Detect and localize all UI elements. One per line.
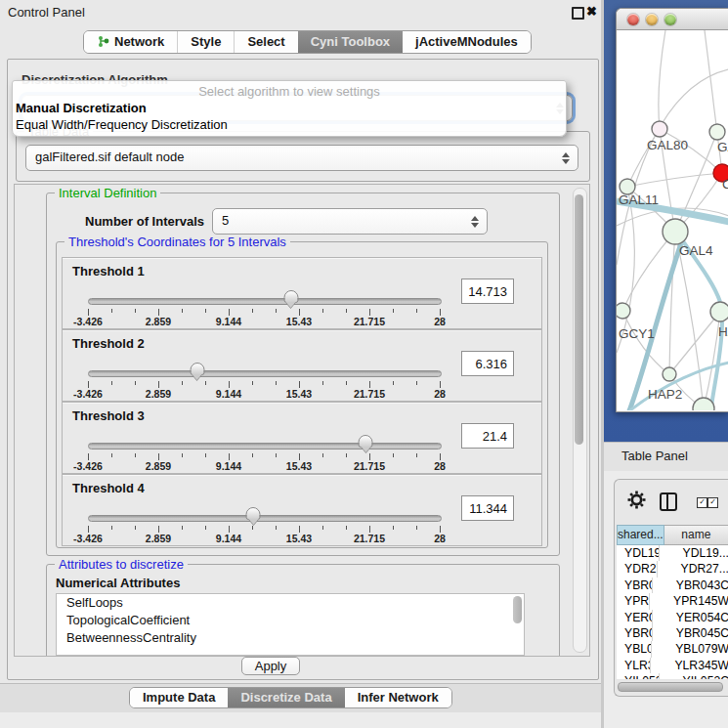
checkbox-icon[interactable]: ✓	[707, 497, 718, 508]
slider-tick	[299, 381, 300, 388]
node-right-mid[interactable]	[710, 302, 728, 321]
column-header-shared-name[interactable]: shared...	[617, 525, 664, 545]
cell-name[interactable]: YLR345W	[651, 658, 728, 673]
tab-style[interactable]: Style	[177, 31, 234, 53]
node-gal4[interactable]	[663, 219, 688, 244]
zoom-traffic-light-icon[interactable]	[664, 14, 676, 25]
table-horizontal-scrollbar[interactable]	[618, 682, 723, 692]
slider-track[interactable]	[88, 443, 442, 450]
numerical-attributes-list[interactable]: SelfLoopsTopologicalCoefficientBetweenne…	[56, 593, 525, 656]
cell-name[interactable]: YBL079W	[652, 641, 728, 657]
threshold-3-panel: Threshold 3 -3.4262.8599.14415.4321.7152…	[62, 402, 542, 474]
slider-tick	[440, 381, 441, 388]
threshold-2-slider[interactable]	[88, 363, 440, 382]
slider-tick	[135, 453, 136, 457]
apply-button[interactable]: Apply	[241, 657, 300, 675]
slider-track[interactable]	[88, 370, 442, 377]
tab-cyni-toolbox[interactable]: Cyni Toolbox	[298, 31, 403, 53]
table-row[interactable]: YPR145WYPR145W	[617, 593, 728, 609]
tab-jactivemnodules[interactable]: jActiveMNodules	[403, 31, 531, 53]
float-window-icon[interactable]	[572, 7, 584, 20]
tab-infer-network[interactable]: Infer Network	[345, 688, 451, 707]
menu-item-manual-discretization[interactable]: Manual Discretization	[13, 100, 566, 116]
slider-tick	[322, 309, 323, 313]
minimize-traffic-light-icon[interactable]	[646, 14, 658, 25]
cell-name[interactable]: YDR27...	[658, 561, 728, 577]
split-columns-icon[interactable]	[660, 492, 677, 511]
table-row[interactable]: YDR27...YDR27...	[617, 561, 728, 577]
menu-item-equal-width-frequency[interactable]: Equal Width/Frequency Discretization	[13, 116, 566, 133]
table-row[interactable]: YER054CYER054C	[617, 610, 728, 625]
threshold-1-value-field[interactable]: 14.713	[461, 278, 514, 304]
tab-impute-data[interactable]: Impute Data	[130, 688, 228, 707]
slider-tick-label: 2.859	[146, 388, 171, 400]
slider-tick	[322, 381, 323, 385]
network-window-titlebar[interactable]	[617, 9, 728, 30]
slider-tick	[393, 381, 394, 385]
cell-shared-name[interactable]: YBR043C	[617, 578, 653, 593]
scrollbar-thumb[interactable]	[575, 194, 583, 445]
algorithm-placeholder-option: Select algorithm to view settings	[13, 84, 566, 100]
close-icon[interactable]: ✖	[586, 4, 597, 19]
number-of-intervals-combobox[interactable]: 5	[212, 208, 488, 235]
cell-shared-name[interactable]: YPR145W	[617, 593, 650, 609]
cell-shared-name[interactable]: YLR345W	[617, 658, 651, 673]
threshold-3-slider-handle[interactable]	[359, 435, 373, 448]
list-scrollbar[interactable]	[513, 596, 522, 623]
attribute-list-item[interactable]: BetweennessCentrality	[57, 629, 524, 647]
table-settings-gear-icon[interactable]	[627, 491, 646, 513]
cell-shared-name[interactable]: YBL079W	[617, 641, 652, 657]
cell-shared-name[interactable]: YIL052C	[617, 673, 660, 679]
threshold-4-value-field[interactable]: 11.344	[461, 495, 514, 521]
table-row[interactable]: YBR045CYBR045C	[617, 625, 728, 641]
table-row[interactable]: YDL19...YDL19...	[617, 545, 728, 561]
slider-tick-label: 28	[434, 388, 446, 400]
settings-scrollpane: Interval Definition Number of Intervals …	[14, 184, 590, 657]
cell-name[interactable]: YER054C	[653, 610, 728, 625]
threshold-4-slider[interactable]	[88, 507, 440, 527]
network-canvas[interactable]: GAL80 GA GAL11 C GAL4 GCY1 HA HAP2	[617, 30, 728, 411]
threshold-1-slider-handle[interactable]	[283, 290, 298, 303]
threshold-3-slider[interactable]	[88, 435, 440, 454]
slider-tick	[416, 453, 417, 457]
table-row[interactable]: YBR043CYBR043C	[617, 578, 728, 593]
node-gal80[interactable]	[652, 121, 667, 137]
slider-tick	[205, 526, 206, 530]
slider-tick	[369, 381, 370, 388]
node-gcy1[interactable]	[617, 303, 630, 319]
threshold-3-value-field[interactable]: 21.4	[461, 423, 514, 449]
checkbox-icon[interactable]: ✓	[697, 497, 707, 508]
settings-vertical-scrollbar[interactable]	[573, 188, 587, 653]
tab-select[interactable]: Select	[234, 31, 297, 53]
table-data-combobox[interactable]: galFiltered.sif default node	[25, 145, 578, 171]
cell-name[interactable]: YIL052C	[660, 673, 728, 679]
cell-shared-name[interactable]: YDR27...	[617, 561, 658, 577]
close-traffic-light-icon[interactable]	[627, 14, 639, 25]
bottom-tab-bar: Impute Data Discretize Data Infer Networ…	[129, 687, 452, 708]
table-row[interactable]: YLR345WYLR345W	[617, 658, 728, 673]
tab-discretize-data[interactable]: Discretize Data	[228, 688, 344, 707]
cell-name[interactable]: YBR043C	[653, 578, 728, 593]
table-row[interactable]: YIL052CYIL052C	[617, 673, 728, 679]
node-hap2[interactable]	[663, 367, 676, 381]
node-right-top[interactable]	[709, 124, 725, 140]
attribute-list-item[interactable]: TopologicalCoefficient	[57, 612, 524, 629]
cell-name[interactable]: YDL19...	[660, 545, 728, 561]
cell-shared-name[interactable]: YBR045C	[617, 625, 653, 641]
threshold-2-slider-handle[interactable]	[190, 363, 204, 375]
cell-shared-name[interactable]: YER054C	[617, 610, 653, 625]
attribute-list-item[interactable]: SelfLoops	[57, 594, 524, 612]
table-row[interactable]: YBL079WYBL079W	[617, 641, 728, 657]
slider-track[interactable]	[88, 298, 442, 305]
threshold-2-value-field[interactable]: 6.316	[461, 351, 514, 376]
cell-shared-name[interactable]: YDL19...	[617, 545, 660, 561]
tab-network[interactable]: Network	[84, 31, 177, 53]
slider-tick	[229, 309, 230, 316]
threshold-1-slider[interactable]	[88, 290, 440, 310]
cell-name[interactable]: YPR145W	[650, 593, 728, 609]
threshold-4-slider-handle[interactable]	[246, 507, 261, 520]
slider-tick	[346, 453, 347, 457]
cell-name[interactable]: YBR045C	[653, 625, 728, 641]
slider-track[interactable]	[88, 515, 442, 522]
column-header-name[interactable]: name	[664, 525, 728, 545]
